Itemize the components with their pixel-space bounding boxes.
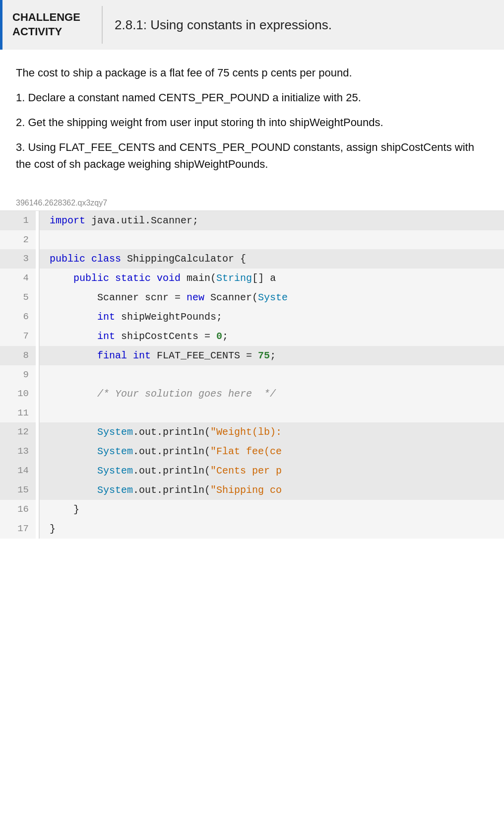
line-number-6: 6: [0, 307, 36, 326]
line-content-4: public static void main(String[] a: [40, 269, 276, 288]
line-content-17: }: [40, 519, 56, 539]
line-content-6: int shipWeightPounds;: [40, 307, 222, 327]
code-line-9: 9: [0, 365, 504, 384]
line-number-4: 4: [0, 269, 36, 287]
line-gutter-13: [36, 442, 40, 461]
code-line-17: 17 }: [0, 519, 504, 539]
code-line-5: 5 Scanner scnr = new Scanner(Syste: [0, 288, 504, 307]
line-number-2: 2: [0, 230, 36, 249]
line-content-14: System.out.println("Cents per p: [40, 461, 282, 480]
line-content-11: [40, 404, 50, 412]
challenge-label: CHALLENGE ACTIVITY: [2, 0, 102, 50]
code-line-14: 14 System.out.println("Cents per p: [0, 461, 504, 480]
line-content-15: System.out.println("Shipping co: [40, 480, 282, 500]
code-line-16: 16 }: [0, 500, 504, 519]
line-content-8: final int FLAT_FEE_CENTS = 75;: [40, 346, 276, 365]
line-number-17: 17: [0, 519, 36, 538]
code-line-10: 10 /* Your solution goes here */: [0, 384, 504, 404]
line-gutter-3: [36, 249, 40, 269]
line-number-5: 5: [0, 288, 36, 307]
line-content-1: import java.util.Scanner;: [40, 211, 198, 230]
line-content-13: System.out.println("Flat fee(ce: [40, 442, 282, 461]
line-number-12: 12: [0, 422, 36, 441]
line-content-10: /* Your solution goes here */: [40, 384, 276, 404]
line-content-2: [40, 230, 50, 238]
line-gutter-12: [36, 422, 40, 442]
bottom-spacer: [0, 539, 504, 578]
line-number-16: 16: [0, 500, 36, 519]
line-gutter-2: [36, 230, 40, 249]
code-line-15: 15 System.out.println("Shipping co: [0, 480, 504, 500]
description-section: The cost to ship a package is a flat fee…: [0, 50, 504, 191]
header-title: 2.8.1: Using constants in expressions.: [103, 0, 344, 50]
line-gutter-11: [36, 404, 40, 422]
line-gutter-5: [36, 288, 40, 307]
line-number-9: 9: [0, 365, 36, 384]
line-gutter-6: [36, 307, 40, 327]
line-gutter-16: [36, 500, 40, 519]
line-number-10: 10: [0, 384, 36, 403]
line-gutter-7: [36, 327, 40, 346]
line-number-14: 14: [0, 461, 36, 480]
line-gutter-14: [36, 461, 40, 480]
code-line-12: 12 System.out.println("Weight(lb):: [0, 422, 504, 442]
challenge-line2: ACTIVITY: [12, 25, 92, 39]
code-line-1: 1 import java.util.Scanner;: [0, 211, 504, 230]
problem-id: 396146.2628362.qx3zqy7: [0, 191, 504, 210]
line-gutter-15: [36, 480, 40, 500]
line-content-7: int shipCostCents = 0;: [40, 327, 228, 346]
line-gutter-10: [36, 384, 40, 404]
line-content-16: }: [40, 500, 79, 519]
description-para4: 3. Using FLAT_FEE_CENTS and CENTS_PER_PO…: [16, 139, 488, 173]
description-para2: 1. Declare a constant named CENTS_PER_PO…: [16, 89, 488, 106]
line-gutter-4: [36, 269, 40, 288]
code-line-4: 4 public static void main(String[] a: [0, 269, 504, 288]
code-line-11: 11: [0, 404, 504, 422]
challenge-line1: CHALLENGE: [12, 10, 92, 25]
line-number-1: 1: [0, 211, 36, 230]
code-line-13: 13 System.out.println("Flat fee(ce: [0, 442, 504, 461]
line-content-12: System.out.println("Weight(lb):: [40, 422, 282, 442]
line-number-3: 3: [0, 249, 36, 268]
line-content-9: [40, 365, 50, 373]
line-gutter-8: [36, 346, 40, 365]
line-content-3: public class ShippingCalculator {: [40, 249, 246, 269]
line-gutter-17: [36, 519, 40, 539]
line-number-11: 11: [0, 404, 36, 422]
line-number-8: 8: [0, 346, 36, 365]
code-editor: 1 import java.util.Scanner; 2 3 public c…: [0, 210, 504, 539]
code-line-6: 6 int shipWeightPounds;: [0, 307, 504, 327]
line-number-15: 15: [0, 480, 36, 499]
line-number-7: 7: [0, 327, 36, 345]
code-line-2: 2: [0, 230, 504, 249]
line-content-5: Scanner scnr = new Scanner(Syste: [40, 288, 288, 307]
line-number-13: 13: [0, 442, 36, 461]
line-gutter-1: [36, 211, 40, 230]
line-gutter-9: [36, 365, 40, 384]
description-para1: The cost to ship a package is a flat fee…: [16, 65, 488, 81]
code-line-3: 3 public class ShippingCalculator {: [0, 249, 504, 269]
header-bar: CHALLENGE ACTIVITY 2.8.1: Using constant…: [0, 0, 504, 50]
description-para3: 2. Get the shipping weight from user inp…: [16, 114, 488, 131]
code-line-8: 8 final int FLAT_FEE_CENTS = 75;: [0, 346, 504, 365]
code-line-7: 7 int shipCostCents = 0;: [0, 327, 504, 346]
